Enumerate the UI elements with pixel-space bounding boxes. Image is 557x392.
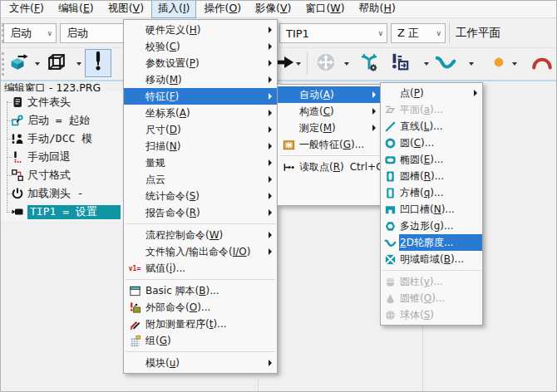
menu-item[interactable]: 读取点(R)Ctrl+G: [278, 159, 381, 175]
caret-down-icon[interactable]: [469, 62, 474, 66]
chevron-down-icon[interactable]: ∨: [42, 30, 52, 37]
menu-item[interactable]: 参数设置(P): [124, 55, 277, 71]
menu-item[interactable]: 硬件定义(H): [124, 22, 277, 38]
menu-item[interactable]: 圆柱(y)...: [381, 273, 482, 290]
menu-item[interactable]: 组(G): [124, 332, 277, 349]
probe-angle-combo[interactable]: Z 正∨: [391, 23, 446, 43]
menu-item-label: 扫描(N): [145, 140, 180, 154]
menu-item[interactable]: 2D轮廓度...: [381, 234, 482, 251]
submenu-arrow-icon: [269, 126, 272, 133]
menubar-item[interactable]: 视图(V): [101, 0, 150, 18]
menu-item-label: 圆(C)...: [400, 136, 434, 150]
caret-down-icon[interactable]: [344, 62, 349, 66]
menu-item[interactable]: 点(P): [381, 85, 482, 101]
submenu-arrow-icon: [269, 93, 272, 100]
auto-feature-cube-icon: [7, 51, 29, 76]
menu-item[interactable]: 椭圆(E)...: [381, 151, 482, 168]
menubar-item[interactable]: 文件(F): [2, 0, 51, 18]
submenu-arrow-icon: [269, 60, 272, 66]
arc-icon: [531, 51, 553, 76]
menu-item-label: 流程控制命令(W): [145, 228, 223, 243]
menu-item[interactable]: 自动(A): [278, 86, 381, 103]
chevron-down-icon[interactable]: ∨: [431, 30, 441, 37]
menubar-item[interactable]: 编辑(E): [52, 0, 101, 18]
menubar-item[interactable]: 帮助(H): [352, 0, 402, 18]
menu-item[interactable]: 圆槽(R)...: [381, 168, 482, 184]
probe-button[interactable]: [85, 49, 111, 77]
submenu-arrow-icon: [269, 248, 272, 255]
menu-item[interactable]: 外部命令(O)...: [124, 299, 277, 316]
menu-item-label: 移动(M): [145, 73, 182, 87]
menubar-item-label: 窗口(W): [305, 2, 344, 14]
menu-item[interactable]: 特征(F): [124, 88, 277, 105]
submenu-arrow-icon: [269, 43, 272, 50]
menu-item[interactable]: Basic 脚本(B)...: [124, 282, 277, 299]
menu-item-label: 文件输入/输出命令(I/O): [145, 245, 250, 259]
menu-item[interactable]: 平面(a)...: [381, 101, 482, 118]
ellipse-icon: [381, 154, 400, 166]
path-gear-button[interactable]: [356, 51, 382, 77]
menu-item[interactable]: 量规: [124, 154, 277, 171]
menubar-item[interactable]: 操作(O): [197, 0, 248, 18]
plane-icon: [381, 104, 400, 116]
menu-item[interactable]: 凹口槽(N)...: [381, 201, 482, 218]
menu-item[interactable]: 直线(L)...: [381, 118, 482, 135]
caret-down-icon[interactable]: [296, 62, 301, 66]
menu-item-label: 椭圆(E)...: [400, 153, 443, 167]
file-header-icon: [11, 96, 24, 109]
caret-down-icon[interactable]: [424, 62, 429, 66]
menu-item[interactable]: 文件输入/输出命令(I/O): [124, 243, 277, 260]
menu-item[interactable]: 一般特征(G)...: [278, 136, 381, 153]
alignment-combo[interactable]: 启动∨: [3, 23, 57, 43]
menu-item[interactable]: 附加测量程序(t)...: [124, 316, 277, 332]
cube-view-icon: [46, 51, 67, 76]
menu-item[interactable]: 方槽(q)...: [381, 184, 482, 201]
menubar-item-label: 操作(O): [204, 2, 241, 14]
menu-item[interactable]: 圆锥(O)...: [381, 290, 482, 306]
menu-item[interactable]: 扫描(N): [124, 138, 277, 154]
menu-item[interactable]: 校验(C): [124, 38, 277, 55]
menu-item[interactable]: 圆(C)...: [381, 135, 482, 151]
move-disabled-button[interactable]: [313, 51, 339, 77]
menubar-item[interactable]: 插入(I): [151, 0, 196, 18]
scan-curve-button[interactable]: [432, 51, 459, 77]
menu-item[interactable]: 报告命令(R): [124, 204, 277, 221]
menu-item-label: 2D轮廓度...: [400, 236, 453, 250]
caret-down-icon[interactable]: [76, 62, 81, 66]
menu-item[interactable]: 移动(M): [124, 71, 277, 88]
menu-separator: [279, 155, 379, 156]
menu-item[interactable]: 构造(C): [278, 103, 381, 120]
menubar-item[interactable]: 影像(V): [249, 0, 298, 18]
probe-changer-button[interactable]: [386, 51, 412, 77]
menu-item[interactable]: 统计命令(S): [124, 188, 277, 204]
tree-item-label: 尺寸格式: [27, 169, 71, 182]
menubar-item[interactable]: 窗口(W): [298, 0, 351, 18]
chevron-down-icon[interactable]: ∨: [372, 30, 383, 37]
menu-item[interactable]: 模块(u): [124, 355, 277, 371]
menu-item-label: 组(G): [145, 334, 171, 348]
menu-item[interactable]: 多边形(g)...: [381, 218, 482, 234]
toolbar-separator: [307, 51, 308, 75]
feature-submenu: 自动(A)构造(C)测定(M)一般特征(G)...读取点(R)Ctrl+G: [277, 84, 382, 206]
tip-combo[interactable]: TIP1∨: [279, 23, 387, 43]
menu-item[interactable]: 坐标系(A): [124, 105, 277, 121]
menu-item[interactable]: 流程控制命令(W): [124, 227, 277, 243]
toolbar-grip[interactable]: [2, 52, 4, 76]
menu-item-label: 附加测量程序(t)...: [145, 317, 227, 331]
menu-item[interactable]: 测定(M): [278, 120, 381, 136]
menu-item[interactable]: 球体(S): [381, 306, 482, 323]
menu-item[interactable]: 点云: [124, 171, 277, 188]
cube-view-button[interactable]: [43, 51, 70, 77]
auto-feature-cube-button[interactable]: [5, 51, 32, 77]
point-button[interactable]: [486, 51, 512, 77]
caret-down-icon[interactable]: [512, 62, 517, 66]
menubar-item-label: 编辑(E): [58, 2, 94, 14]
menu-item[interactable]: v1=赋值(i)...: [124, 260, 277, 277]
arc-button[interactable]: [529, 51, 555, 77]
caret-down-icon[interactable]: [35, 62, 40, 66]
combo-value: 启动: [67, 26, 88, 41]
menu-item[interactable]: 明域暗域(B)...: [381, 251, 482, 267]
combo-value: TIP1: [286, 27, 309, 40]
menu-item[interactable]: 尺寸(D): [124, 121, 277, 138]
tree-item-label: 加载测头 -: [27, 187, 84, 200]
